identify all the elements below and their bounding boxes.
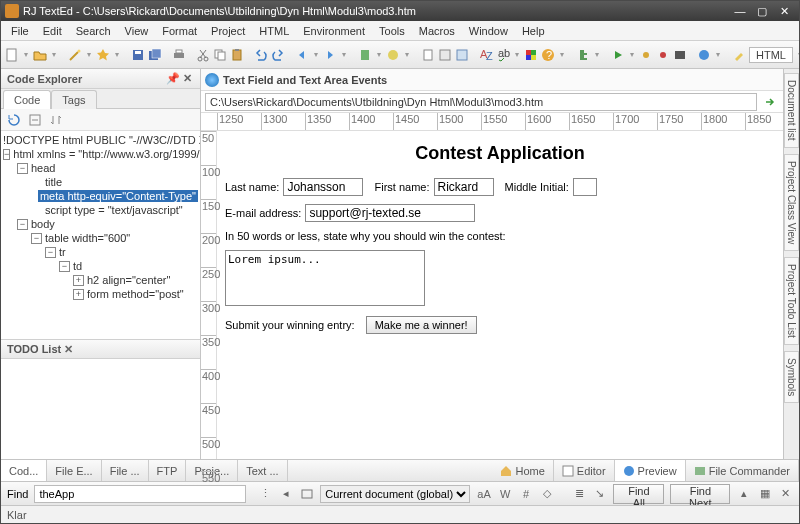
first-name-input[interactable] <box>434 178 494 196</box>
redo-icon[interactable] <box>271 46 285 64</box>
tree-node[interactable]: −head <box>1 161 200 175</box>
menu-macros[interactable]: Macros <box>413 23 461 39</box>
find-options-icon[interactable]: ⋮ <box>258 485 273 503</box>
vtab-symbols[interactable]: Symbols <box>784 351 799 403</box>
minimize-button[interactable]: — <box>729 4 751 18</box>
stop-icon[interactable] <box>656 46 670 64</box>
menu-file[interactable]: File <box>5 23 35 39</box>
todo-list[interactable] <box>1 359 200 459</box>
paste-icon[interactable] <box>230 46 244 64</box>
find-scope-select[interactable]: Current document (global) <box>320 485 470 503</box>
vtab-document-list[interactable]: Document list <box>784 73 799 148</box>
ptab-file-commander[interactable]: File Commander <box>686 460 799 481</box>
highlight-icon[interactable] <box>732 46 746 64</box>
menu-html[interactable]: HTML <box>253 23 295 39</box>
tree-node[interactable]: script type = "text/javascript" <box>1 203 200 217</box>
save-all-icon[interactable] <box>148 46 162 64</box>
new-file-icon[interactable] <box>5 46 19 64</box>
undo-icon[interactable] <box>254 46 268 64</box>
highlight-all-icon[interactable]: ◇ <box>540 485 555 503</box>
menu-window[interactable]: Window <box>463 23 514 39</box>
find-prev-icon[interactable]: ◂ <box>279 485 294 503</box>
tree-node[interactable]: −table width="600" <box>1 231 200 245</box>
forward-icon[interactable] <box>323 46 337 64</box>
find-up-icon[interactable]: ▴ <box>736 485 751 503</box>
preview-pane[interactable]: Contest Application Last name: First nam… <box>217 131 783 459</box>
favorite-icon[interactable] <box>96 46 110 64</box>
close-button[interactable]: ✕ <box>773 4 795 18</box>
sort-icon[interactable]: AZ <box>479 46 493 64</box>
btab-text[interactable]: Text ... <box>238 460 287 481</box>
essay-textarea[interactable]: Lorem ipsum... <box>225 250 425 306</box>
find-expand-icon[interactable]: ▦ <box>757 485 772 503</box>
menu-view[interactable]: View <box>119 23 155 39</box>
syntax-select[interactable]: HTML <box>749 47 793 63</box>
tree-node[interactable]: −tr <box>1 245 200 259</box>
match-case-icon[interactable]: aA <box>476 485 491 503</box>
browser-icon[interactable] <box>697 46 711 64</box>
mi-input[interactable] <box>573 178 597 196</box>
find-input[interactable] <box>34 485 245 503</box>
menu-environment[interactable]: Environment <box>297 23 371 39</box>
tree-node[interactable]: +form method="post" <box>1 287 200 301</box>
tree-node[interactable]: !DOCTYPE html PUBLIC "-//W3C//DTD XH <box>1 133 200 147</box>
todo-close-icon[interactable]: ✕ <box>61 342 75 356</box>
color-icon[interactable] <box>524 46 538 64</box>
print-icon[interactable] <box>172 46 186 64</box>
terminal-icon[interactable] <box>673 46 687 64</box>
ptab-editor[interactable]: Editor <box>554 460 615 481</box>
back-icon[interactable] <box>295 46 309 64</box>
list-results-icon[interactable]: ≣ <box>572 485 587 503</box>
plugin-icon[interactable] <box>576 46 590 64</box>
btab-file[interactable]: File ... <box>102 460 149 481</box>
btab-file-explorer[interactable]: File E... <box>47 460 101 481</box>
btab-code[interactable]: Cod... <box>1 460 47 481</box>
panel-close-icon[interactable]: ✕ <box>180 72 194 86</box>
tree-node[interactable]: −body <box>1 217 200 231</box>
go-icon[interactable] <box>761 93 779 111</box>
menu-help[interactable]: Help <box>516 23 551 39</box>
regex-icon[interactable]: # <box>519 485 534 503</box>
refresh-icon[interactable] <box>5 111 23 129</box>
save-icon[interactable] <box>131 46 145 64</box>
email-input[interactable] <box>305 204 475 222</box>
bookmark-icon[interactable] <box>358 46 372 64</box>
doc2-icon[interactable] <box>438 46 452 64</box>
tree-node[interactable]: −td <box>1 259 200 273</box>
tree-node-selected[interactable]: meta http-equiv="Content-Type" <box>1 189 200 203</box>
code-tree[interactable]: !DOCTYPE html PUBLIC "-//W3C//DTD XH −ht… <box>1 131 200 339</box>
tool-icon[interactable] <box>386 46 400 64</box>
tree-node[interactable]: title <box>1 175 200 189</box>
vtab-class-view[interactable]: Project Class View <box>784 154 799 251</box>
run-icon[interactable] <box>611 46 625 64</box>
find-all-button[interactable]: Find All <box>613 484 664 504</box>
find-history-icon[interactable] <box>299 485 314 503</box>
open-file-icon[interactable] <box>33 46 47 64</box>
tree-node[interactable]: −html xmlns = "http://www.w3.org/1999/xh <box>1 147 200 161</box>
tab-tags[interactable]: Tags <box>51 90 96 109</box>
btab-ftp[interactable]: FTP <box>149 460 187 481</box>
collapse-all-icon[interactable] <box>26 111 44 129</box>
find-next-button[interactable]: Find Next <box>670 484 730 504</box>
menu-edit[interactable]: Edit <box>37 23 68 39</box>
ptab-home[interactable]: Home <box>492 460 553 481</box>
copy-icon[interactable] <box>213 46 227 64</box>
submit-button[interactable]: Make me a winner! <box>366 316 477 334</box>
vtab-todo[interactable]: Project Todo List <box>784 257 799 345</box>
spellcheck-icon[interactable]: ab <box>496 46 510 64</box>
pause-icon[interactable] <box>639 46 653 64</box>
goto-icon[interactable]: ↘ <box>592 485 607 503</box>
doc1-icon[interactable] <box>421 46 435 64</box>
find-close-icon[interactable]: ✕ <box>778 485 793 503</box>
tab-code[interactable]: Code <box>3 90 51 109</box>
whole-word-icon[interactable]: W <box>498 485 513 503</box>
ptab-preview[interactable]: Preview <box>615 460 686 481</box>
last-name-input[interactable] <box>283 178 363 196</box>
cut-icon[interactable] <box>196 46 210 64</box>
path-input[interactable] <box>205 93 757 111</box>
help-icon[interactable]: ? <box>541 46 555 64</box>
sort-tree-icon[interactable] <box>47 111 65 129</box>
menu-format[interactable]: Format <box>156 23 203 39</box>
menu-project[interactable]: Project <box>205 23 251 39</box>
maximize-button[interactable]: ▢ <box>751 4 773 18</box>
